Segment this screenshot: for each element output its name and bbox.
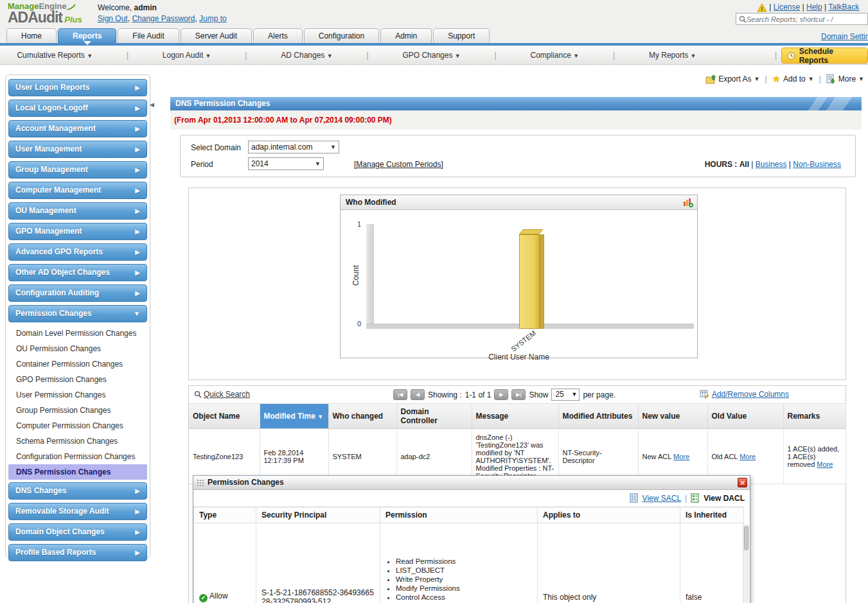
remarks-more-link[interactable]: More xyxy=(817,460,833,468)
col-object-name[interactable]: Object Name xyxy=(189,404,260,429)
sidebar-sub-ou-permission-changes[interactable]: OU Permission Changes xyxy=(8,341,147,356)
sidebar-item-user-management[interactable]: User Management▶ xyxy=(8,141,147,158)
col-modified-time-sorted[interactable]: Modified Time ▼ xyxy=(260,404,328,429)
subnav-logon-audit[interactable]: Logon Audit ▼ xyxy=(163,51,211,60)
col-domain-controller[interactable]: Domain Controller xyxy=(396,404,472,429)
add-to-button[interactable]: ★ Add to ▼ xyxy=(772,73,814,85)
sidebar-sub-domain-level-permission-changes[interactable]: Domain Level Permission Changes xyxy=(8,326,147,341)
sidebar-item-configuration-auditing[interactable]: Configuration Auditing▶ xyxy=(8,284,147,302)
sidebar-collapse-handle[interactable]: ◀ xyxy=(150,96,156,113)
sidebar-sub-container-permission-changes[interactable]: Container Permission Changes xyxy=(8,356,147,372)
chart-options-icon[interactable] xyxy=(683,198,693,207)
sidebar-item-gpo-management[interactable]: GPO Management▶ xyxy=(8,223,147,240)
quick-search-link[interactable]: Quick Search xyxy=(194,390,250,399)
domain-settings-link[interactable]: Domain Settings xyxy=(821,32,868,41)
last-page-button[interactable]: ▶| xyxy=(511,389,526,400)
sidebar-item-user-logon-reports[interactable]: User Logon Reports▶ xyxy=(8,79,147,96)
search-input[interactable] xyxy=(747,15,862,23)
drag-handle[interactable] xyxy=(197,479,204,487)
talkback-link[interactable]: TalkBack xyxy=(828,3,859,12)
subnav-compliance[interactable]: Compliance ▼ xyxy=(530,51,579,60)
chevron-down-icon: ▼ xyxy=(327,53,333,59)
tab-configuration[interactable]: Configuration xyxy=(304,28,379,43)
subnav-gpo-changes[interactable]: GPO Changes ▼ xyxy=(402,51,460,60)
scrollbar-thumb[interactable] xyxy=(744,526,748,550)
tab-home[interactable]: Home xyxy=(6,28,57,43)
add-remove-columns-link[interactable]: Add/Remove Columns xyxy=(700,390,789,399)
chevron-down-icon: ▼ xyxy=(87,53,93,59)
sidebar-item-local-logon-logoff[interactable]: Local Logon-Logoff▶ xyxy=(8,100,147,117)
col-is-inherited: Is Inherited xyxy=(680,507,744,523)
col-old-value[interactable]: Old Value xyxy=(707,404,783,429)
tab-support[interactable]: Support xyxy=(433,28,490,43)
sidebar-item-other-ad-object-changes[interactable]: Other AD Object Changes▶ xyxy=(8,264,147,281)
star-icon: ★ xyxy=(772,73,781,85)
period-select[interactable]: 2014▼ xyxy=(248,157,324,170)
col-new-value[interactable]: New value xyxy=(638,404,707,429)
search-box[interactable] xyxy=(736,13,868,25)
sidebar-item-domain-object-changes[interactable]: Domain Object Changes▶ xyxy=(8,523,147,541)
col-who-changed[interactable]: Who changed xyxy=(328,404,396,429)
sidebar-item-account-management[interactable]: Account Management▶ xyxy=(8,120,147,137)
sidebar-item-removable-storage-audit[interactable]: Removable Storage Audit▶ xyxy=(8,503,147,520)
sidebar-sub-configuration-permission-changes[interactable]: Configuration Permission Changes xyxy=(8,449,147,464)
manage-custom-periods-link[interactable]: [Manage Custom Periods] xyxy=(354,160,443,169)
page-size-select[interactable]: 25▼ xyxy=(551,389,580,401)
subnav-ad-changes[interactable]: AD Changes ▼ xyxy=(281,51,332,60)
chevron-down-icon: ▼ xyxy=(573,53,579,59)
chart-bar-system[interactable] xyxy=(519,234,540,329)
svg-text:!: ! xyxy=(761,5,763,12)
schedule-reports-button[interactable]: Schedule Reports xyxy=(781,48,868,64)
sidebar-item-computer-management[interactable]: Computer Management▶ xyxy=(8,182,147,199)
tab-alerts[interactable]: Alerts xyxy=(253,28,303,43)
license-link[interactable]: License xyxy=(774,3,800,12)
tab-file-audit[interactable]: File Audit xyxy=(118,28,179,43)
sort-desc-icon: ▼ xyxy=(317,414,323,420)
sidebar-sub-gpo-permission-changes[interactable]: GPO Permission Changes xyxy=(8,372,147,387)
tab-server-audit[interactable]: Server Audit xyxy=(181,28,252,43)
new-acl-more-link[interactable]: More xyxy=(673,453,689,460)
export-as-button[interactable]: Export As ▼ xyxy=(705,74,759,84)
col-applies-to: Applies to xyxy=(538,507,680,523)
sidebar-item-dns-changes[interactable]: DNS Changes▶ xyxy=(8,482,147,500)
sign-out-link[interactable]: Sign Out xyxy=(98,14,128,23)
chevron-right-icon: ▶ xyxy=(135,285,140,301)
first-page-button[interactable]: |◀ xyxy=(393,389,407,400)
help-link[interactable]: Help xyxy=(806,3,822,12)
period-label: Period xyxy=(191,160,213,169)
change-password-link[interactable]: Change Password xyxy=(132,14,195,23)
warning-icon[interactable]: ! xyxy=(757,3,767,12)
tab-admin[interactable]: Admin xyxy=(380,28,432,43)
old-acl-more-link[interactable]: More xyxy=(740,453,756,460)
chevron-down-icon: ▼ xyxy=(330,141,336,153)
hours-business-link[interactable]: Business xyxy=(756,160,787,169)
close-icon[interactable]: ✕ xyxy=(738,478,747,487)
prev-page-button[interactable]: ◀ xyxy=(411,389,425,400)
hours-all[interactable]: All xyxy=(740,160,749,169)
view-sacl-link[interactable]: View SACL xyxy=(642,494,681,503)
sidebar-sub-user-permission-changes[interactable]: User Permission Changes xyxy=(8,387,147,403)
chevron-right-icon: ▶ xyxy=(135,100,140,116)
col-remarks[interactable]: Remarks xyxy=(783,404,846,429)
subnav-my-reports[interactable]: My Reports ▼ xyxy=(649,51,696,60)
domain-select[interactable]: adap.internal.com▼ xyxy=(248,141,339,153)
sidebar-sub-schema-permission-changes[interactable]: Schema Permission Changes xyxy=(8,433,147,449)
next-page-button[interactable]: ▶ xyxy=(494,389,508,400)
popup-scrollbar[interactable] xyxy=(743,525,749,603)
tab-reports[interactable]: Reports xyxy=(58,28,116,43)
sidebar-item-ou-management[interactable]: OU Management▶ xyxy=(8,202,147,220)
sidebar-item-group-management[interactable]: Group Management▶ xyxy=(8,161,147,179)
sidebar-item-permission-changes[interactable]: Permission Changes▼ xyxy=(8,305,147,322)
more-button[interactable]: More ▼ xyxy=(826,74,864,84)
hours-non-business-link[interactable]: Non-Business xyxy=(793,160,841,169)
sidebar-sub-group-permission-changes[interactable]: Group Permission Changes xyxy=(8,403,147,418)
sidebar-item-profile-based-reports[interactable]: Profile Based Reports▶ xyxy=(8,544,147,561)
view-dacl-link[interactable]: View DACL xyxy=(704,494,745,503)
sidebar-item-advanced-gpo-reports[interactable]: Advanced GPO Reports▶ xyxy=(8,243,147,261)
subnav-cumulative-reports[interactable]: Cumulative Reports ▼ xyxy=(17,51,93,60)
col-modified-attributes[interactable]: Modified Attributes xyxy=(558,404,638,429)
col-message[interactable]: Message xyxy=(472,404,558,429)
jump-to-link[interactable]: Jump to xyxy=(199,14,227,23)
sidebar-sub-computer-permission-changes[interactable]: Computer Permission Changes xyxy=(8,418,147,433)
sidebar-sub-dns-permission-changes-selected[interactable]: DNS Permission Changes xyxy=(8,464,147,480)
